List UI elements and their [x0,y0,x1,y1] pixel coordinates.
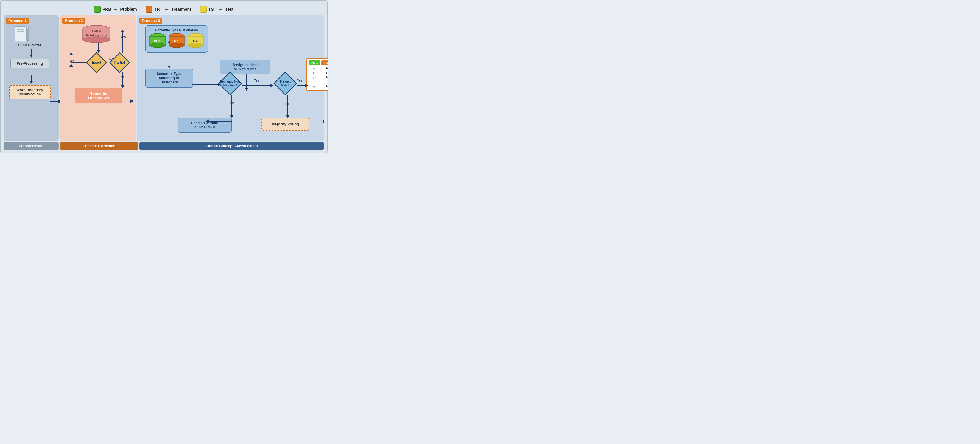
svg-rect-2 [15,27,26,41]
majority-voting-box: Majority Voting [261,118,309,131]
svg-text:TRT: TRT [173,39,180,43]
tst-arrow: → [218,6,223,13]
main-container: PRB → Problem TRT → Treatment TST → Test… [0,0,328,153]
arrow-majority-right [309,120,328,126]
no-label-partial: No [121,75,124,79]
results-box: PRB p₁p₂p₃...pₙ TRT TR₁TR₂TR₃...TRₙ TST … [306,58,328,91]
no-label-exact2: No [286,103,290,106]
panel-process1: Process 1 Clinical Notes [3,16,59,141]
prb-cyl-svg: PRB [149,34,166,49]
p2-flow: UMLSMetathesaurus Exact [62,26,134,124]
arrow-no-sem [229,95,235,118]
prb-dot [94,6,101,13]
clinical-notes-svg [15,26,31,43]
main-row: Process 1 Clinical Notes [3,16,324,141]
footer-concept: Concept Extraction [60,142,138,150]
svg-point-44 [188,43,204,48]
sem-matched-svg: Semantic type Matched? [218,72,242,95]
prb-desc: Problem [120,7,137,12]
partial-svg: Partial [109,52,130,73]
exact-svg: Exact [86,52,107,73]
tst-label: TST [208,7,216,12]
exact-diamond: Exact [86,52,107,74]
svg-marker-29 [121,85,124,88]
if-exact-diamond: If Exact Match [274,72,297,97]
p3-flow: Semantic Type Dictionaries PRB [139,26,321,133]
footer-row: Preprocessing Concept Extraction Clinica… [3,142,324,150]
results-trt-items: TR₁TR₂TR₃...TRₙ [324,66,328,88]
dict-cylinders: PRB TRT [149,34,205,50]
process3-label: Process 3 [139,18,162,24]
yes-label-sem: Yes [254,79,259,82]
svg-marker-33 [130,99,134,103]
partial-diamond: Partial [109,52,130,74]
exact-label: Exact [92,61,101,65]
svg-marker-62 [274,72,297,95]
tst-cylinder: TST [187,34,204,50]
svg-point-15 [83,37,110,43]
results-prb-header: PRB [309,61,320,65]
results-trt-header: TRT [321,61,328,65]
yes-label-exact: Yes [69,60,75,63]
panel-process2: Process 2 UMLSMetathesaurus [60,16,136,141]
svg-text:Semantic type: Semantic type [220,80,240,83]
results-prb-col: PRB p₁p₂p₃...pₙ [309,61,320,88]
umls-label: UMLSMetathesaurus [81,29,111,37]
process2-label: Process 2 [62,18,85,24]
clinical-notes-icon [15,26,31,44]
process1-label: Process 1 [6,18,29,24]
word-boundary-box: Word Boundary Identification [9,85,51,99]
svg-marker-21 [69,52,73,55]
legend: PRB → Problem TRT → Treatment TST → Test [3,3,324,16]
prb-label: PRB [102,7,111,12]
svg-point-36 [150,43,165,48]
clinical-notes-text: Clinical Notes [9,43,51,47]
yes-label-exact2: Yes [297,79,302,82]
arrow-sem-to-exact [68,62,77,89]
svg-marker-55 [245,88,248,91]
yes-label-partial: Yes [121,35,126,39]
svg-marker-8 [29,54,33,57]
panel-process3: Process 3 Semantic Type Dictionaries PRB [137,16,324,141]
results-prb-items: p₁p₂p₃...pₙ [313,66,316,88]
svg-text:PRB: PRB [154,39,161,43]
if-exact-svg: If Exact Match [274,72,297,95]
labeled-without-box: Labeled without clinical NER [178,118,232,133]
arrow-yes-sem [242,83,274,88]
prb-cylinder: PRB [149,34,166,50]
tst-cyl-svg: TST [187,34,204,49]
arrow-yes-partial-up [120,28,126,53]
svg-marker-48 [167,66,171,68]
trt-dot [146,6,153,13]
tst-dot [200,6,207,13]
arrow-no-exact [285,95,291,118]
trt-arrow: → [164,6,169,13]
pre-processing-box: Pre-Processing [10,59,49,68]
svg-text:TST: TST [192,39,199,43]
svg-text:Partial: Partial [115,61,126,65]
footer-preprocessing: Preprocessing [3,142,59,150]
footer-classification: Clinical Concept Classification [139,142,324,150]
arrow-p2-right [122,98,134,104]
trt-desc: Treatment [171,7,191,12]
legend-tst: TST → Test [200,6,234,13]
svg-marker-31 [69,64,73,67]
arrow-ner-to-matched [243,73,250,91]
svg-text:If Exact: If Exact [280,80,291,83]
arrow-sem-right [192,81,222,87]
arrow-p1-1 [28,49,34,58]
p1-flow: Clinical Notes Pre-Processing Wor [6,26,55,124]
semantic-breakdown-box: Semantic Breakdown [75,88,123,104]
tst-desc: Test [225,7,234,12]
svg-marker-27 [121,29,124,32]
prb-arrow: → [113,6,119,13]
no-label-sem: No [231,101,234,105]
svg-text:Matched?: Matched? [223,84,237,87]
legend-prb: PRB → Problem [94,6,137,13]
legend-trt: TRT → Treatment [146,6,191,13]
results-trt-col: TRT TR₁TR₂TR₃...TRₙ [321,61,328,88]
arrow-no-partial-down [120,72,126,89]
arrow-p1-2 [28,75,34,84]
sem-type-matching-box: Semantic Type Matching to Dictionary [145,69,193,88]
trt-cylinder: TRT [168,34,185,50]
